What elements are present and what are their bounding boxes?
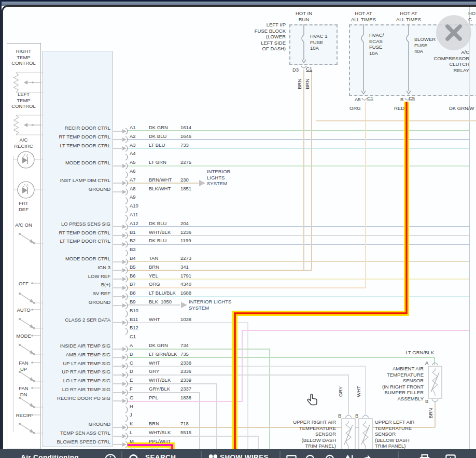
search-button[interactable]: SEARCH bbox=[145, 453, 176, 458]
diagram-title: Air Conditioning ... bbox=[21, 453, 88, 458]
info-icon[interactable] bbox=[104, 453, 117, 458]
bottom-toolbar: Air Conditioning ... SEARCH SHOW WIRES bbox=[0, 449, 476, 458]
search-icon[interactable] bbox=[128, 453, 141, 458]
window-left-edge bbox=[0, 0, 2, 449]
show-wires-button[interactable]: SHOW WIRES bbox=[220, 453, 269, 458]
fit-screen-icon[interactable] bbox=[285, 453, 298, 458]
close-button[interactable] bbox=[436, 15, 471, 50]
toolbar-divider bbox=[201, 451, 202, 458]
save-icon[interactable] bbox=[444, 453, 457, 458]
toolbar-divider bbox=[279, 451, 281, 458]
toolbar-divider bbox=[398, 451, 399, 458]
close-icon bbox=[436, 15, 471, 50]
share-icon[interactable] bbox=[360, 453, 373, 458]
sliders-icon[interactable] bbox=[343, 453, 357, 458]
zoom-in-icon[interactable] bbox=[324, 453, 337, 458]
hand-cursor bbox=[305, 393, 320, 410]
wires-layer bbox=[0, 0, 476, 458]
wiring-diagram-viewer: HVAC 1FUSE10AHVAC/ECASFUSE10ABLOWERFUSE4… bbox=[0, 0, 476, 458]
show-wires-icon[interactable] bbox=[206, 453, 220, 458]
toolbar-divider bbox=[121, 451, 122, 458]
zoom-out-icon[interactable] bbox=[304, 453, 317, 458]
printer-icon[interactable] bbox=[418, 453, 431, 458]
